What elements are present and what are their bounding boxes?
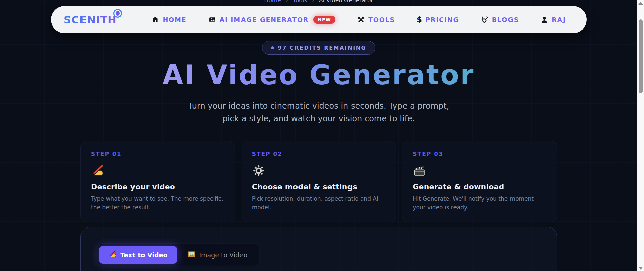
scroll-down-arrow-icon[interactable]: [638, 267, 643, 270]
breadcrumb-home-link[interactable]: Home: [264, 0, 281, 4]
nav-item-label: RAJ: [552, 16, 566, 23]
logo[interactable]: SCENITH: [64, 14, 117, 26]
tab-label: Text to Video: [120, 251, 167, 259]
credits-remaining-badge: 97 CREDITS REMAINING: [262, 41, 375, 55]
credits-remaining-label: 97 CREDITS REMAINING: [278, 45, 366, 51]
home-icon: [151, 16, 159, 24]
gear-icon: [252, 164, 386, 177]
nav-item-label: PRICING: [425, 16, 459, 23]
image-icon: [208, 16, 216, 24]
step-number-label: STEP 01: [91, 151, 225, 157]
blog-icon: [481, 16, 489, 24]
main-content: 97 CREDITS REMAINING AI Video Generator …: [0, 0, 637, 271]
logo-text: SCENITH: [64, 14, 117, 26]
breadcrumb-tools-link[interactable]: Tools: [293, 0, 307, 4]
nav-item-label: AI IMAGE GENERATOR: [220, 16, 309, 23]
breadcrumb-separator: ›: [286, 0, 288, 4]
credits-dot-icon: [271, 46, 274, 49]
nav-item-account[interactable]: RAJ: [540, 16, 566, 24]
breadcrumb: Home › Tools › AI Video Generator: [0, 0, 637, 4]
page-title: AI Video Generator: [0, 60, 637, 91]
nav-items: HOME AI IMAGE GENERATOR NEW: [151, 16, 566, 24]
top-navbar: SCENITH HOME AI IMAGE GENERATOR NEW: [51, 6, 587, 33]
tab-image-to-video[interactable]: Image to Video: [177, 246, 257, 264]
generator-panel: Text to Video Image to Video: [80, 227, 557, 271]
step-title: Generate & download: [413, 183, 547, 191]
nav-item-tools[interactable]: TOOLS: [357, 16, 395, 24]
framed-picture-icon: [187, 250, 195, 259]
step-number-label: STEP 02: [252, 151, 386, 157]
logo-orb-icon: [113, 9, 122, 18]
nav-item-pricing[interactable]: $ PRICING: [417, 16, 459, 24]
breadcrumb-current-page: AI Video Generator: [319, 0, 373, 4]
nav-item-label: BLOGS: [492, 16, 519, 23]
step-description: Hit Generate. We'll notify you the momen…: [413, 194, 547, 212]
step-card-1: STEP 01 Describe your video Type what yo…: [80, 141, 235, 222]
scrollbar-thumb[interactable]: [639, 19, 643, 93]
nav-item-blogs[interactable]: BLOGS: [481, 16, 519, 24]
user-icon: [540, 16, 548, 24]
new-badge: NEW: [313, 16, 335, 24]
page-subtitle: Turn your ideas into cinematic videos in…: [0, 100, 637, 125]
step-title: Choose model & settings: [252, 183, 386, 191]
step-description: Type what you want to see. The more spec…: [91, 194, 225, 212]
subtitle-line-2: pick a style, and watch your vision come…: [222, 114, 415, 123]
subtitle-line-1: Turn your ideas into cinematic videos in…: [188, 101, 449, 111]
writing-hand-icon: [109, 250, 117, 259]
nav-item-ai-image-generator[interactable]: AI IMAGE GENERATOR NEW: [208, 16, 335, 24]
breadcrumb-separator: ›: [312, 0, 314, 4]
tools-icon: [357, 16, 365, 24]
step-description: Pick resolution, duration, aspect ratio …: [252, 194, 386, 212]
nav-item-home[interactable]: HOME: [151, 16, 186, 24]
nav-item-label: HOME: [163, 16, 186, 23]
writing-hand-icon: [91, 164, 225, 177]
tab-label: Image to Video: [199, 251, 247, 259]
steps-row: STEP 01 Describe your video Type what yo…: [80, 141, 557, 222]
nav-item-label: TOOLS: [368, 16, 395, 23]
step-title: Describe your video: [91, 183, 225, 191]
clapper-board-icon: [413, 164, 547, 177]
scroll-up-arrow-icon[interactable]: [638, 2, 643, 5]
step-number-label: STEP 03: [413, 151, 547, 157]
vertical-scrollbar[interactable]: [637, 0, 644, 271]
step-card-3: STEP 03 Generate & download Hit Generate…: [402, 141, 557, 222]
mode-tab-group: Text to Video Image to Video: [97, 243, 260, 266]
tab-text-to-video[interactable]: Text to Video: [99, 246, 177, 264]
dollar-icon: $: [417, 16, 422, 24]
step-card-2: STEP 02 Choose model & settings Pick res…: [241, 141, 396, 222]
